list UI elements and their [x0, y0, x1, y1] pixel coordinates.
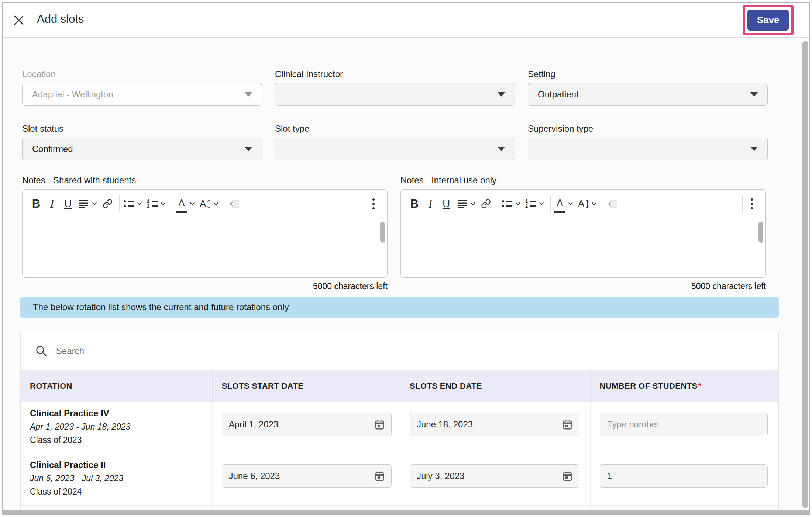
supervision-type-select[interactable] — [528, 138, 768, 160]
students-number-input[interactable] — [600, 464, 768, 488]
clinical-instructor-select[interactable] — [275, 83, 515, 106]
underline-icon[interactable]: U — [62, 195, 73, 213]
calendar-icon — [375, 419, 385, 430]
decrease-indent-icon[interactable] — [229, 195, 240, 213]
close-button[interactable] — [12, 13, 26, 27]
divider — [250, 332, 250, 370]
calendar-icon — [562, 419, 572, 430]
link-icon[interactable] — [480, 195, 491, 213]
notes-shared-editor: B I U 12 A — [22, 189, 388, 278]
italic-icon[interactable]: I — [47, 195, 58, 213]
font-color-icon[interactable]: A — [176, 195, 187, 213]
rich-text-toolbar: B I U 12 A — [401, 190, 765, 218]
start-date-picker[interactable]: April 1, 2023 — [222, 413, 392, 436]
font-size-chevron-icon[interactable] — [213, 202, 219, 205]
more-options-icon[interactable] — [746, 195, 757, 213]
clinical-instructor-label: Clinical Instructor — [275, 69, 343, 79]
toolbar-divider — [364, 195, 364, 212]
dropdown-arrow-icon — [498, 92, 505, 97]
bulleted-list-chevron-icon[interactable] — [515, 202, 520, 205]
column-header-start-date: SLOTS START DATE — [213, 370, 401, 402]
bulleted-list-icon[interactable] — [502, 195, 513, 213]
rotation-date-range: Apr 1, 2023 - Jun 18, 2023 — [30, 422, 212, 432]
dropdown-arrow-icon — [750, 92, 758, 97]
slot-status-value: Confirmed — [32, 144, 73, 154]
notes-internal-textarea[interactable] — [401, 218, 765, 277]
page-title: Add slots — [37, 13, 84, 26]
notes-internal-counter: 5000 characters left — [400, 281, 766, 291]
students-cell — [591, 402, 779, 454]
end-date-cell: July 3, 2023 — [400, 454, 591, 505]
notes-shared-counter: 5000 characters left — [22, 281, 388, 291]
slot-status-select[interactable]: Confirmed — [22, 138, 262, 160]
font-color-icon[interactable]: A — [554, 195, 565, 213]
notes-shared-label: Notes - Shared with students — [22, 175, 136, 185]
end-date-cell: June 18, 2023 — [400, 402, 591, 454]
info-banner-text: The below rotation list shows the curren… — [33, 302, 289, 312]
table-row: Clinical Practice II Jun 6, 2023 - Jul 3… — [21, 454, 778, 506]
numbered-list-chevron-icon[interactable] — [161, 202, 166, 205]
start-date-cell: April 1, 2023 — [213, 402, 401, 454]
rotation-name: Clinical Practice IV — [30, 408, 212, 419]
toolbar-divider — [498, 195, 498, 212]
close-icon — [13, 15, 24, 26]
font-size-icon[interactable]: A — [578, 195, 589, 213]
font-size-chevron-icon[interactable] — [592, 202, 597, 205]
students-cell — [591, 454, 779, 505]
font-color-chevron-icon[interactable] — [190, 202, 195, 205]
numbered-list-chevron-icon[interactable] — [539, 202, 544, 205]
slot-type-select[interactable] — [275, 138, 515, 160]
setting-label: Setting — [528, 69, 555, 79]
setting-value: Outpatient — [538, 89, 579, 100]
table-row: Clinical Practice IV Apr 1, 2023 - Jun 1… — [21, 402, 778, 454]
align-justify-icon[interactable] — [457, 195, 468, 213]
supervision-type-label: Supervision type — [528, 124, 593, 134]
students-number-input[interactable] — [600, 413, 768, 436]
bold-icon[interactable]: B — [31, 195, 42, 213]
notes-internal-editor: B I U 12 A — [400, 189, 766, 278]
required-asterisk: * — [698, 381, 702, 391]
end-date-picker[interactable]: July 3, 2023 — [410, 464, 579, 488]
numbered-list-icon[interactable]: 12 — [147, 195, 158, 213]
modal-body: Location Clinical Instructor Setting Ada… — [3, 38, 809, 514]
location-label: Location — [22, 69, 56, 79]
bulleted-list-icon[interactable] — [123, 195, 134, 213]
font-size-icon[interactable]: A — [200, 195, 211, 213]
font-color-chevron-icon[interactable] — [568, 202, 573, 205]
save-button[interactable]: Save — [747, 10, 789, 31]
numbered-list-icon[interactable]: 12 — [525, 195, 536, 213]
calendar-icon — [562, 471, 572, 482]
column-header-end-date: SLOTS END DATE — [400, 370, 591, 402]
rotation-date-range: Jun 6, 2023 - Jul 3, 2023 — [30, 473, 212, 483]
toolbar-divider — [225, 195, 225, 212]
rich-text-toolbar: B I U 12 A — [23, 190, 387, 218]
rotation-cell: Clinical Practice II Jun 6, 2023 - Jul 3… — [21, 454, 213, 505]
more-options-icon[interactable] — [368, 195, 379, 213]
editor-scrollbar[interactable] — [380, 222, 385, 243]
setting-select[interactable]: Outpatient — [528, 83, 768, 106]
align-chevron-icon[interactable] — [92, 202, 97, 205]
add-slots-modal: Add slots Save Location Clinical Instruc… — [2, 2, 810, 515]
table-search-row — [21, 332, 778, 370]
column-header-rotation: ROTATION — [21, 370, 213, 402]
save-button-highlight: Save — [743, 5, 794, 35]
end-date-picker[interactable]: June 18, 2023 — [410, 413, 579, 436]
search-icon — [35, 345, 47, 357]
link-icon[interactable] — [102, 195, 113, 213]
notes-shared-textarea[interactable] — [23, 218, 387, 277]
start-date-picker[interactable]: June 6, 2023 — [222, 464, 392, 488]
search-input[interactable] — [56, 341, 233, 361]
decrease-indent-icon[interactable] — [607, 195, 618, 213]
dropdown-arrow-icon — [498, 147, 505, 151]
toolbar-divider — [603, 195, 603, 212]
bold-icon[interactable]: B — [409, 195, 420, 213]
align-justify-icon[interactable] — [78, 195, 89, 213]
bulleted-list-chevron-icon[interactable] — [137, 202, 142, 205]
vertical-scrollbar[interactable] — [802, 41, 808, 508]
editor-scrollbar[interactable] — [758, 222, 763, 243]
underline-icon[interactable]: U — [441, 195, 452, 213]
italic-icon[interactable]: I — [425, 195, 436, 213]
align-chevron-icon[interactable] — [470, 202, 475, 205]
dropdown-arrow-icon — [750, 147, 758, 151]
horizontal-scrollbar[interactable] — [3, 510, 809, 514]
